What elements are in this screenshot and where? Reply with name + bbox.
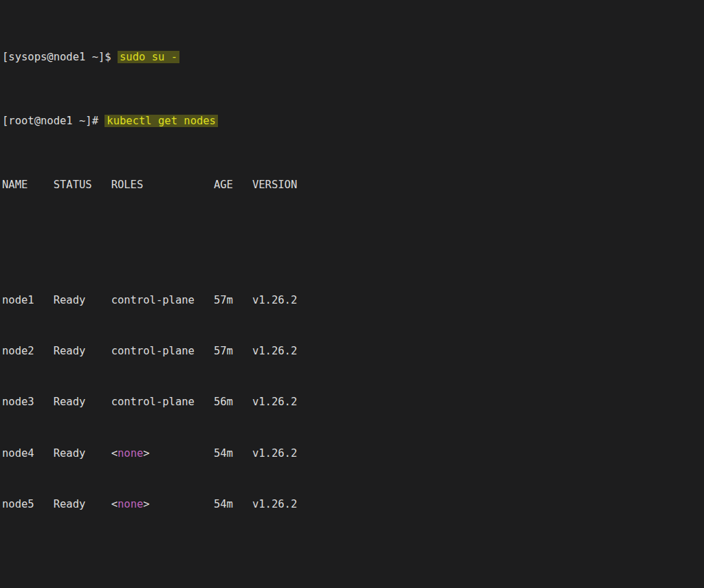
node-age-cell: 54m	[214, 447, 252, 460]
node-status-cell: Ready	[54, 498, 111, 511]
nodes-header-age: AGE	[214, 179, 252, 192]
node-version-cell: v1.26.2	[252, 447, 297, 460]
nodes-table-body: node1Readycontrol-plane57mv1.26.2 node2R…	[2, 242, 704, 536]
node-row: node4Ready<none>54mv1.26.2	[2, 447, 704, 460]
node-roles-cell: control-plane	[111, 345, 214, 358]
node-status-cell: Ready	[54, 447, 111, 460]
node-row: node3Readycontrol-plane56mv1.26.2	[2, 396, 704, 409]
shell-prompt: [sysops@node1 ~]$	[2, 51, 118, 63]
nodes-table-header: NAMESTATUSROLESAGEVERSION	[2, 179, 704, 192]
node-version-cell: v1.26.2	[252, 498, 297, 511]
command-line-sudo: [sysops@node1 ~]$ sudo su -	[2, 51, 704, 64]
node-name-cell: node2	[2, 345, 54, 358]
node-name-cell: node4	[2, 447, 54, 460]
nodes-header-name: NAME	[2, 179, 54, 192]
node-version-cell: v1.26.2	[252, 345, 297, 358]
nodes-header-roles: ROLES	[111, 179, 214, 192]
node-name-cell: node1	[2, 294, 54, 307]
nodes-header-status: STATUS	[54, 179, 111, 192]
node-roles-cell: <none>	[111, 447, 214, 460]
node-age-cell: 56m	[214, 396, 252, 409]
node-status-cell: Ready	[54, 294, 111, 307]
node-roles-cell: <none>	[111, 498, 214, 511]
node-status-cell: Ready	[54, 345, 111, 358]
shell-prompt: [root@node1 ~]#	[2, 115, 104, 127]
node-roles-cell: control-plane	[111, 396, 214, 409]
node-row: node5Ready<none>54mv1.26.2	[2, 498, 704, 511]
nodes-header-version: VERSION	[252, 179, 297, 192]
node-status-cell: Ready	[54, 396, 111, 409]
node-name-cell: node3	[2, 396, 54, 409]
node-age-cell: 57m	[214, 294, 252, 307]
node-age-cell: 54m	[214, 498, 252, 511]
node-row: node1Readycontrol-plane57mv1.26.2	[2, 294, 704, 307]
node-roles-cell: control-plane	[111, 294, 214, 307]
node-name-cell: node5	[2, 498, 54, 511]
node-age-cell: 57m	[214, 345, 252, 358]
command-text-sudo: sudo su -	[118, 51, 179, 63]
node-row: node2Readycontrol-plane57mv1.26.2	[2, 345, 704, 358]
terminal-screen[interactable]: [sysops@node1 ~]$ sudo su - [root@node1 …	[0, 0, 704, 588]
command-text-get-nodes: kubectl get nodes	[104, 115, 218, 127]
node-version-cell: v1.26.2	[252, 294, 297, 307]
command-line-get-nodes: [root@node1 ~]# kubectl get nodes	[2, 115, 704, 128]
node-version-cell: v1.26.2	[252, 396, 297, 409]
